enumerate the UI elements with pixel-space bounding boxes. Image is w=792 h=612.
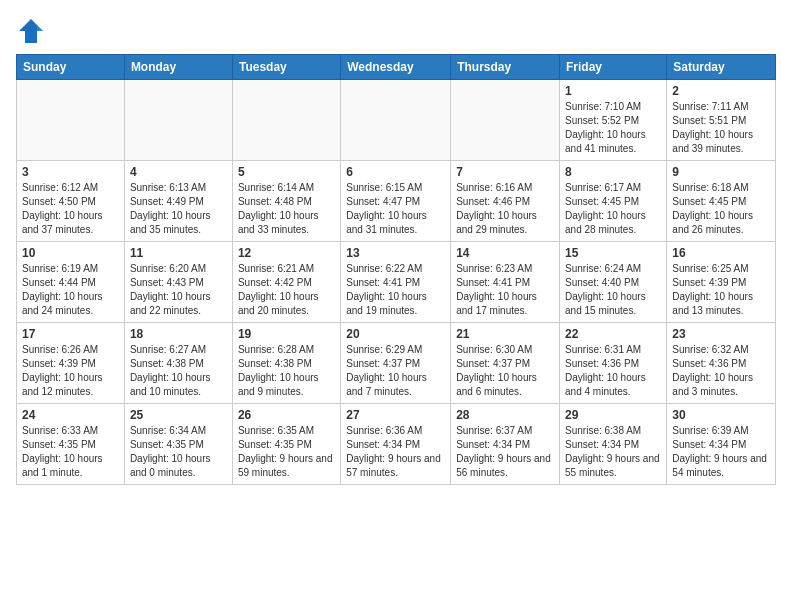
day-number: 10 — [22, 246, 119, 260]
week-row-4: 17Sunrise: 6:26 AM Sunset: 4:39 PM Dayli… — [17, 323, 776, 404]
day-number: 20 — [346, 327, 445, 341]
day-cell: 8Sunrise: 6:17 AM Sunset: 4:45 PM Daylig… — [560, 161, 667, 242]
day-info: Sunrise: 6:23 AM Sunset: 4:41 PM Dayligh… — [456, 262, 554, 318]
weekday-header-row: SundayMondayTuesdayWednesdayThursdayFrid… — [17, 55, 776, 80]
day-number: 22 — [565, 327, 661, 341]
day-number: 18 — [130, 327, 227, 341]
day-number: 28 — [456, 408, 554, 422]
day-number: 29 — [565, 408, 661, 422]
day-cell: 9Sunrise: 6:18 AM Sunset: 4:45 PM Daylig… — [667, 161, 776, 242]
day-info: Sunrise: 6:33 AM Sunset: 4:35 PM Dayligh… — [22, 424, 119, 480]
day-info: Sunrise: 6:20 AM Sunset: 4:43 PM Dayligh… — [130, 262, 227, 318]
day-cell: 5Sunrise: 6:14 AM Sunset: 4:48 PM Daylig… — [232, 161, 340, 242]
day-number: 23 — [672, 327, 770, 341]
day-cell: 13Sunrise: 6:22 AM Sunset: 4:41 PM Dayli… — [341, 242, 451, 323]
day-info: Sunrise: 6:22 AM Sunset: 4:41 PM Dayligh… — [346, 262, 445, 318]
day-info: Sunrise: 6:38 AM Sunset: 4:34 PM Dayligh… — [565, 424, 661, 480]
day-number: 3 — [22, 165, 119, 179]
day-number: 8 — [565, 165, 661, 179]
day-cell: 24Sunrise: 6:33 AM Sunset: 4:35 PM Dayli… — [17, 404, 125, 485]
day-cell: 16Sunrise: 6:25 AM Sunset: 4:39 PM Dayli… — [667, 242, 776, 323]
day-number: 9 — [672, 165, 770, 179]
day-info: Sunrise: 6:24 AM Sunset: 4:40 PM Dayligh… — [565, 262, 661, 318]
day-cell: 23Sunrise: 6:32 AM Sunset: 4:36 PM Dayli… — [667, 323, 776, 404]
weekday-header-wednesday: Wednesday — [341, 55, 451, 80]
day-info: Sunrise: 6:19 AM Sunset: 4:44 PM Dayligh… — [22, 262, 119, 318]
day-cell: 18Sunrise: 6:27 AM Sunset: 4:38 PM Dayli… — [124, 323, 232, 404]
day-cell: 6Sunrise: 6:15 AM Sunset: 4:47 PM Daylig… — [341, 161, 451, 242]
day-info: Sunrise: 6:15 AM Sunset: 4:47 PM Dayligh… — [346, 181, 445, 237]
day-cell: 17Sunrise: 6:26 AM Sunset: 4:39 PM Dayli… — [17, 323, 125, 404]
day-cell: 27Sunrise: 6:36 AM Sunset: 4:34 PM Dayli… — [341, 404, 451, 485]
day-cell: 2Sunrise: 7:11 AM Sunset: 5:51 PM Daylig… — [667, 80, 776, 161]
day-info: Sunrise: 6:31 AM Sunset: 4:36 PM Dayligh… — [565, 343, 661, 399]
day-info: Sunrise: 6:36 AM Sunset: 4:34 PM Dayligh… — [346, 424, 445, 480]
day-cell: 4Sunrise: 6:13 AM Sunset: 4:49 PM Daylig… — [124, 161, 232, 242]
day-info: Sunrise: 6:16 AM Sunset: 4:46 PM Dayligh… — [456, 181, 554, 237]
day-info: Sunrise: 6:35 AM Sunset: 4:35 PM Dayligh… — [238, 424, 335, 480]
header — [16, 16, 776, 46]
day-info: Sunrise: 6:21 AM Sunset: 4:42 PM Dayligh… — [238, 262, 335, 318]
day-info: Sunrise: 6:27 AM Sunset: 4:38 PM Dayligh… — [130, 343, 227, 399]
day-number: 15 — [565, 246, 661, 260]
day-number: 24 — [22, 408, 119, 422]
day-number: 1 — [565, 84, 661, 98]
day-info: Sunrise: 6:30 AM Sunset: 4:37 PM Dayligh… — [456, 343, 554, 399]
day-cell: 7Sunrise: 6:16 AM Sunset: 4:46 PM Daylig… — [451, 161, 560, 242]
day-number: 16 — [672, 246, 770, 260]
day-info: Sunrise: 6:14 AM Sunset: 4:48 PM Dayligh… — [238, 181, 335, 237]
day-info: Sunrise: 6:26 AM Sunset: 4:39 PM Dayligh… — [22, 343, 119, 399]
day-info: Sunrise: 6:28 AM Sunset: 4:38 PM Dayligh… — [238, 343, 335, 399]
day-info: Sunrise: 6:17 AM Sunset: 4:45 PM Dayligh… — [565, 181, 661, 237]
day-number: 26 — [238, 408, 335, 422]
week-row-1: 1Sunrise: 7:10 AM Sunset: 5:52 PM Daylig… — [17, 80, 776, 161]
day-number: 14 — [456, 246, 554, 260]
day-info: Sunrise: 6:12 AM Sunset: 4:50 PM Dayligh… — [22, 181, 119, 237]
day-info: Sunrise: 6:25 AM Sunset: 4:39 PM Dayligh… — [672, 262, 770, 318]
weekday-header-tuesday: Tuesday — [232, 55, 340, 80]
day-number: 6 — [346, 165, 445, 179]
day-cell: 14Sunrise: 6:23 AM Sunset: 4:41 PM Dayli… — [451, 242, 560, 323]
day-info: Sunrise: 6:39 AM Sunset: 4:34 PM Dayligh… — [672, 424, 770, 480]
week-row-5: 24Sunrise: 6:33 AM Sunset: 4:35 PM Dayli… — [17, 404, 776, 485]
day-cell — [124, 80, 232, 161]
weekday-header-monday: Monday — [124, 55, 232, 80]
day-number: 30 — [672, 408, 770, 422]
day-number: 27 — [346, 408, 445, 422]
day-number: 5 — [238, 165, 335, 179]
day-cell — [17, 80, 125, 161]
day-number: 11 — [130, 246, 227, 260]
weekday-header-saturday: Saturday — [667, 55, 776, 80]
day-cell: 19Sunrise: 6:28 AM Sunset: 4:38 PM Dayli… — [232, 323, 340, 404]
weekday-header-friday: Friday — [560, 55, 667, 80]
day-number: 25 — [130, 408, 227, 422]
day-cell: 10Sunrise: 6:19 AM Sunset: 4:44 PM Dayli… — [17, 242, 125, 323]
day-info: Sunrise: 6:32 AM Sunset: 4:36 PM Dayligh… — [672, 343, 770, 399]
day-number: 4 — [130, 165, 227, 179]
day-cell: 26Sunrise: 6:35 AM Sunset: 4:35 PM Dayli… — [232, 404, 340, 485]
day-number: 12 — [238, 246, 335, 260]
weekday-header-sunday: Sunday — [17, 55, 125, 80]
day-cell: 12Sunrise: 6:21 AM Sunset: 4:42 PM Dayli… — [232, 242, 340, 323]
day-cell: 3Sunrise: 6:12 AM Sunset: 4:50 PM Daylig… — [17, 161, 125, 242]
day-info: Sunrise: 6:34 AM Sunset: 4:35 PM Dayligh… — [130, 424, 227, 480]
day-cell: 28Sunrise: 6:37 AM Sunset: 4:34 PM Dayli… — [451, 404, 560, 485]
day-cell: 20Sunrise: 6:29 AM Sunset: 4:37 PM Dayli… — [341, 323, 451, 404]
day-cell: 11Sunrise: 6:20 AM Sunset: 4:43 PM Dayli… — [124, 242, 232, 323]
page: SundayMondayTuesdayWednesdayThursdayFrid… — [0, 0, 792, 495]
calendar: SundayMondayTuesdayWednesdayThursdayFrid… — [16, 54, 776, 485]
day-number: 13 — [346, 246, 445, 260]
day-cell: 22Sunrise: 6:31 AM Sunset: 4:36 PM Dayli… — [560, 323, 667, 404]
day-info: Sunrise: 7:10 AM Sunset: 5:52 PM Dayligh… — [565, 100, 661, 156]
day-cell — [451, 80, 560, 161]
day-number: 19 — [238, 327, 335, 341]
day-info: Sunrise: 6:29 AM Sunset: 4:37 PM Dayligh… — [346, 343, 445, 399]
day-number: 7 — [456, 165, 554, 179]
day-info: Sunrise: 6:13 AM Sunset: 4:49 PM Dayligh… — [130, 181, 227, 237]
day-cell: 30Sunrise: 6:39 AM Sunset: 4:34 PM Dayli… — [667, 404, 776, 485]
day-info: Sunrise: 7:11 AM Sunset: 5:51 PM Dayligh… — [672, 100, 770, 156]
day-number: 21 — [456, 327, 554, 341]
day-cell: 15Sunrise: 6:24 AM Sunset: 4:40 PM Dayli… — [560, 242, 667, 323]
day-cell — [341, 80, 451, 161]
logo-icon — [16, 16, 46, 46]
